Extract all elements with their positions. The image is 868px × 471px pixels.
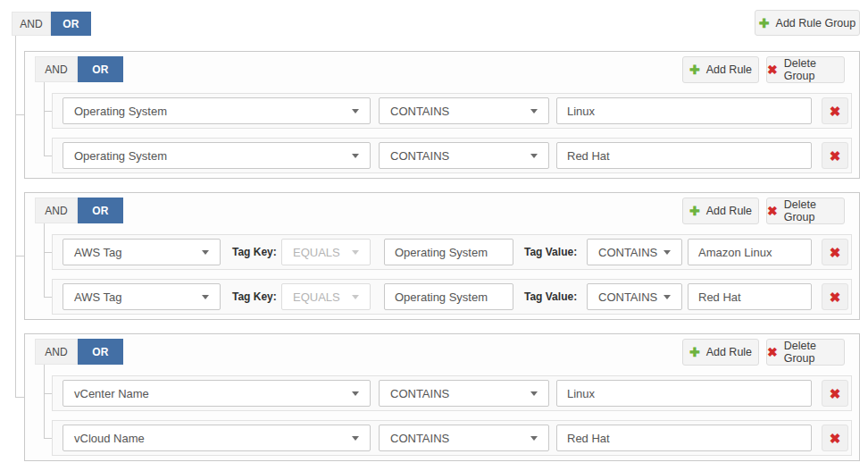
group-connector-line (44, 82, 45, 156)
group1-add-rule-button[interactable]: ✚ Add Rule (682, 56, 759, 83)
group2-and-toggle[interactable]: AND (35, 198, 78, 223)
tag-value-input[interactable] (688, 283, 812, 310)
group2-add-rule-button[interactable]: ✚ Add Rule (682, 198, 759, 224)
chevron-down-icon (352, 109, 359, 114)
delete-rule-button[interactable]: ✖ (822, 142, 848, 169)
rule-builder: AND OR ✚ Add Rule Group AND OR ✚ Add Rul… (0, 0, 868, 471)
rule-row: vCloud Name CONTAINS ✖ (52, 420, 852, 456)
group3-and-toggle[interactable]: AND (35, 339, 78, 365)
root-or-toggle[interactable]: OR (51, 12, 91, 36)
tag-key-label: Tag Key: (232, 235, 277, 269)
group2-delete-group-button[interactable]: ✖ Delete Group (766, 198, 845, 224)
rule-branch-line (44, 297, 52, 298)
operator-select-value: CONTAINS (390, 149, 449, 163)
x-icon: ✖ (830, 432, 841, 445)
rule-branch-line (44, 156, 52, 156)
chevron-down-icon (352, 436, 359, 441)
root-connector-line (15, 36, 16, 397)
tag-key-operator-value: EQUALS (293, 246, 340, 259)
tag-key-operator-select: EQUALS (281, 283, 371, 310)
rule-branch-line (44, 438, 52, 439)
field-select[interactable]: AWS Tag (63, 283, 221, 310)
add-rule-label: Add Rule (706, 346, 752, 358)
delete-rule-button[interactable]: ✖ (822, 380, 848, 407)
root-branch-line (15, 397, 24, 398)
root-branch-line (15, 256, 24, 257)
add-rule-group-label: Add Rule Group (776, 17, 856, 29)
operator-select[interactable]: CONTAINS (379, 142, 549, 169)
field-select[interactable]: AWS Tag (63, 239, 221, 265)
rule-row: AWS Tag Tag Key: EQUALS Tag Value: CONTA… (52, 234, 852, 270)
chevron-down-icon (530, 391, 538, 396)
chevron-down-icon (530, 436, 538, 441)
x-icon: ✖ (830, 149, 841, 163)
root-and-toggle[interactable]: AND (12, 12, 51, 36)
chevron-down-icon (202, 295, 209, 299)
group-connector-line (44, 223, 45, 297)
value-input[interactable] (556, 142, 812, 169)
group3-add-rule-button[interactable]: ✚ Add Rule (682, 339, 759, 366)
rule-group-2: AND OR ✚ Add Rule ✖ Delete Group AWS Tag… (24, 192, 860, 320)
add-rule-group-button[interactable]: ✚ Add Rule Group (755, 10, 860, 36)
rule-group-1: AND OR ✚ Add Rule ✖ Delete Group Operati… (24, 51, 860, 179)
rule-branch-line (44, 111, 52, 112)
operator-select[interactable]: CONTAINS (379, 425, 549, 451)
group1-delete-group-button[interactable]: ✖ Delete Group (766, 56, 845, 83)
chevron-down-icon (530, 154, 538, 158)
field-select[interactable]: vCloud Name (63, 425, 371, 451)
x-icon: ✖ (830, 246, 841, 259)
operator-select[interactable]: CONTAINS (379, 380, 549, 407)
delete-group-label: Delete Group (784, 340, 844, 365)
group2-or-toggle[interactable]: OR (78, 198, 123, 223)
chevron-down-icon (352, 154, 359, 158)
chevron-down-icon (530, 109, 538, 114)
x-icon: ✖ (767, 346, 778, 358)
rule-row: Operating System CONTAINS ✖ (52, 93, 852, 129)
value-input[interactable] (556, 97, 812, 124)
field-select[interactable]: Operating System (63, 142, 371, 169)
tag-key-input[interactable] (384, 283, 513, 310)
chevron-down-icon (352, 391, 359, 396)
group3-delete-group-button[interactable]: ✖ Delete Group (766, 339, 845, 366)
chevron-down-icon (664, 295, 671, 299)
tag-key-operator-select: EQUALS (281, 239, 371, 265)
delete-rule-button[interactable]: ✖ (822, 283, 848, 310)
x-icon: ✖ (767, 63, 778, 76)
field-select[interactable]: vCenter Name (63, 380, 371, 407)
tag-value-label: Tag Value: (524, 280, 577, 314)
tag-value-operator-select[interactable]: CONTAINS (587, 239, 682, 265)
operator-select-value: CONTAINS (390, 105, 449, 118)
delete-rule-button[interactable]: ✖ (822, 425, 848, 451)
chevron-down-icon (352, 250, 359, 255)
chevron-down-icon (664, 250, 671, 255)
group3-or-toggle[interactable]: OR (78, 339, 123, 365)
field-select[interactable]: Operating System (63, 97, 371, 124)
group1-or-toggle[interactable]: OR (78, 56, 123, 82)
rule-row: AWS Tag Tag Key: EQUALS Tag Value: CONTA… (52, 279, 852, 315)
rule-row: vCenter Name CONTAINS ✖ (52, 375, 852, 411)
group-connector-line (44, 365, 45, 438)
tag-value-input[interactable] (688, 239, 812, 265)
x-icon: ✖ (767, 205, 778, 217)
rule-branch-line (44, 393, 52, 394)
x-icon: ✖ (830, 105, 841, 118)
tag-key-input[interactable] (384, 239, 513, 265)
field-select-value: vCloud Name (74, 432, 145, 445)
delete-rule-button[interactable]: ✖ (822, 239, 848, 265)
add-rule-label: Add Rule (706, 205, 752, 217)
value-input[interactable] (556, 425, 812, 451)
tag-value-operator-select[interactable]: CONTAINS (587, 283, 682, 310)
field-select-value: Operating System (74, 105, 167, 118)
x-icon: ✖ (830, 387, 841, 400)
operator-select[interactable]: CONTAINS (379, 97, 549, 124)
operator-select-value: CONTAINS (390, 432, 449, 445)
plus-icon: ✚ (759, 17, 770, 29)
tag-key-operator-value: EQUALS (293, 290, 340, 304)
delete-rule-button[interactable]: ✖ (822, 97, 848, 124)
plus-icon: ✚ (689, 346, 700, 358)
tag-key-label: Tag Key: (232, 280, 277, 314)
value-input[interactable] (556, 380, 812, 407)
rule-branch-line (44, 252, 52, 253)
group1-and-toggle[interactable]: AND (35, 56, 78, 82)
delete-group-label: Delete Group (784, 57, 844, 82)
